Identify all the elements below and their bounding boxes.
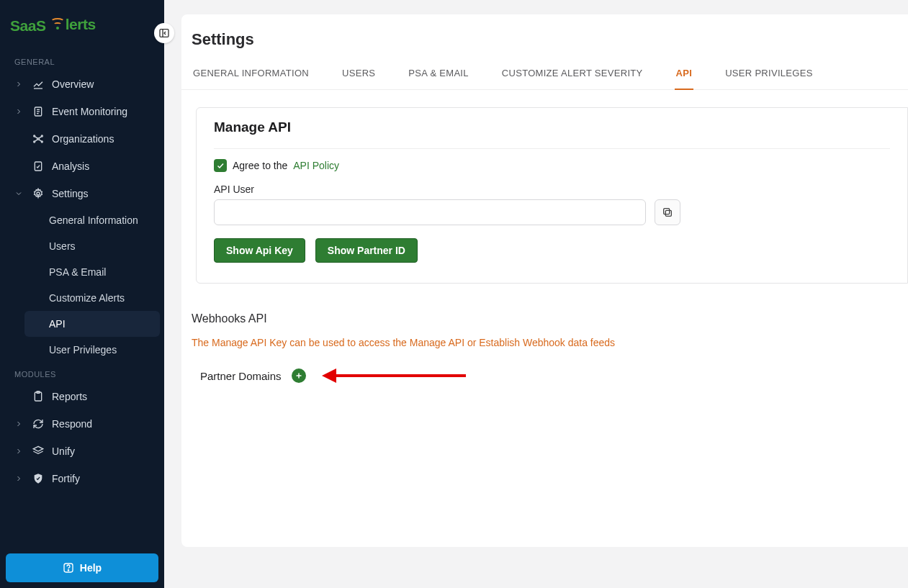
sidebar-sub-users[interactable]: Users xyxy=(24,233,160,259)
check-icon xyxy=(216,161,225,170)
sidebar-item-respond[interactable]: Respond xyxy=(4,410,160,438)
sidebar-item-label: Analysis xyxy=(52,160,150,172)
svg-marker-19 xyxy=(33,446,42,451)
clipboard-icon xyxy=(32,390,45,403)
sidebar-sub-psa-email[interactable]: PSA & Email xyxy=(24,259,160,285)
api-user-input[interactable] xyxy=(214,199,646,225)
sidebar-sub-general-information[interactable]: General Information xyxy=(24,207,160,233)
sidebar-sub-label: User Privileges xyxy=(49,344,117,356)
sidebar-sub-label: General Information xyxy=(49,214,138,226)
tab-users[interactable]: USERS xyxy=(341,60,377,90)
help-circle-icon xyxy=(63,562,74,574)
sidebar-sub-label: Customize Alerts xyxy=(49,292,125,304)
add-partner-domain-button[interactable] xyxy=(292,368,306,383)
svg-line-13 xyxy=(35,140,37,142)
chevron-right-icon xyxy=(14,447,24,456)
sidebar-sub-label: PSA & Email xyxy=(49,266,106,278)
brand-logo: SaaS lerts xyxy=(0,0,164,50)
partner-domains-label: Partner Domains xyxy=(200,370,282,382)
sidebar-item-label: Event Monitoring xyxy=(52,106,150,117)
network-icon xyxy=(32,132,45,145)
refresh-icon xyxy=(32,417,45,430)
agree-text: Agree to the xyxy=(233,160,287,171)
chart-line-icon xyxy=(32,78,45,91)
sidebar-item-label: Unify xyxy=(52,445,150,457)
sidebar-sub-label: API xyxy=(49,318,66,330)
sidebar-item-overview[interactable]: Overview xyxy=(4,71,160,98)
svg-rect-22 xyxy=(665,210,671,216)
plus-icon xyxy=(295,371,303,380)
tab-user-privileges[interactable]: USER PRIVILEGES xyxy=(724,60,814,90)
sidebar-item-label: Reports xyxy=(52,391,150,402)
chevron-right-icon xyxy=(14,107,24,116)
svg-rect-23 xyxy=(664,209,670,214)
sidebar-sub-label: Users xyxy=(49,240,76,252)
sidebar-item-label: Overview xyxy=(52,78,150,90)
sidebar: SaaS lerts GENERAL Overview xyxy=(0,0,164,588)
main-content: Settings GENERAL INFORMATION USERS PSA &… xyxy=(164,0,908,588)
panel-left-close-icon xyxy=(158,27,170,39)
sidebar-sub-api[interactable]: API xyxy=(24,311,160,337)
sidebar-item-label: Organizations xyxy=(52,133,150,145)
sidebar-item-analysis[interactable]: Analysis xyxy=(4,153,160,180)
svg-point-16 xyxy=(37,192,40,195)
agree-checkbox[interactable] xyxy=(214,159,227,172)
tab-customize-alert-severity[interactable]: CUSTOMIZE ALERT SEVERITY xyxy=(500,60,644,90)
manage-api-heading: Manage API xyxy=(214,119,890,135)
help-label: Help xyxy=(80,562,102,574)
chevron-right-icon xyxy=(14,420,24,428)
help-button[interactable]: Help xyxy=(6,553,158,582)
tab-general-information[interactable]: GENERAL INFORMATION xyxy=(192,60,310,90)
sidebar-item-event-monitoring[interactable]: Event Monitoring xyxy=(4,98,160,125)
webhooks-heading: Webhooks API xyxy=(192,312,908,325)
chevron-right-icon xyxy=(14,80,24,89)
clipboard-list-icon xyxy=(32,105,45,118)
sidebar-section-modules: MODULES xyxy=(4,363,160,383)
sidebar-item-label: Settings xyxy=(52,188,150,199)
sidebar-item-label: Fortify xyxy=(52,473,150,484)
sidebar-sub-customize-alerts[interactable]: Customize Alerts xyxy=(24,285,160,311)
svg-line-12 xyxy=(39,137,42,139)
sidebar-item-settings[interactable]: Settings xyxy=(4,180,160,207)
page-title: Settings xyxy=(181,30,908,60)
sidebar-item-fortify[interactable]: Fortify xyxy=(4,465,160,492)
sidebar-section-general: GENERAL xyxy=(4,50,160,71)
svg-rect-15 xyxy=(35,162,41,171)
sidebar-item-reports[interactable]: Reports xyxy=(4,383,160,410)
sidebar-item-unify[interactable]: Unify xyxy=(4,438,160,465)
gear-icon xyxy=(32,187,45,200)
svg-line-14 xyxy=(39,140,42,142)
tab-psa-email[interactable]: PSA & EMAIL xyxy=(407,60,470,90)
copy-button[interactable] xyxy=(655,199,680,225)
show-partner-id-button[interactable]: Show Partner ID xyxy=(315,238,418,263)
svg-point-21 xyxy=(68,570,68,571)
show-api-key-button[interactable]: Show Api Key xyxy=(214,238,305,263)
layers-icon xyxy=(32,445,45,458)
clipboard-check-icon xyxy=(32,160,45,173)
copy-icon xyxy=(662,207,673,218)
sidebar-item-organizations[interactable]: Organizations xyxy=(4,125,160,153)
sidebar-collapse-button[interactable] xyxy=(154,23,174,43)
svg-line-11 xyxy=(35,137,37,139)
sidebar-sub-user-privileges[interactable]: User Privileges xyxy=(24,337,160,363)
tab-api[interactable]: API xyxy=(675,60,694,90)
api-user-label: API User xyxy=(214,184,890,195)
sidebar-item-label: Respond xyxy=(52,418,150,430)
chevron-down-icon xyxy=(14,189,24,198)
chevron-right-icon xyxy=(14,474,24,483)
shield-check-icon xyxy=(32,472,45,485)
api-policy-link[interactable]: API Policy xyxy=(293,160,339,171)
wifi-icon xyxy=(50,18,65,31)
annotation-arrow xyxy=(322,368,466,383)
settings-tabs: GENERAL INFORMATION USERS PSA & EMAIL CU… xyxy=(181,60,908,90)
webhooks-notice: The Manage API Key can be used to access… xyxy=(192,337,908,348)
manage-api-panel: Manage API Agree to the API Policy API U… xyxy=(196,107,908,284)
